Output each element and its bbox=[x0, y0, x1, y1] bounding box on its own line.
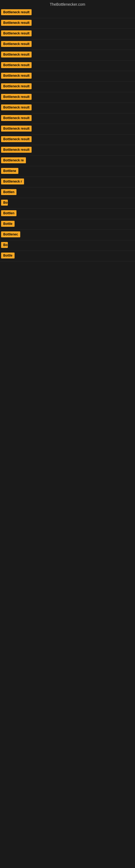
result-row-16: Bottlene bbox=[0, 166, 135, 177]
result-row-1: Bottleneck result bbox=[0, 8, 135, 18]
bottleneck-badge-5[interactable]: Bottleneck result bbox=[1, 52, 32, 58]
bottleneck-badge-2[interactable]: Bottleneck result bbox=[1, 20, 32, 26]
result-row-20: Bottlen bbox=[0, 209, 135, 219]
site-header: TheBottlenecker.com bbox=[0, 0, 135, 8]
bottleneck-badge-15[interactable]: Bottleneck re bbox=[1, 157, 26, 163]
result-row-15: Bottleneck re bbox=[0, 156, 135, 166]
bottleneck-badge-3[interactable]: Bottleneck result bbox=[1, 30, 32, 36]
bottleneck-badge-16[interactable]: Bottlene bbox=[1, 168, 18, 174]
bottleneck-badge-18[interactable]: Bottlen bbox=[1, 189, 16, 195]
bottleneck-badge-7[interactable]: Bottleneck result bbox=[1, 73, 32, 79]
bottleneck-badge-21[interactable]: Bottle bbox=[1, 221, 14, 227]
bottleneck-badge-10[interactable]: Bottleneck result bbox=[1, 104, 32, 111]
result-row-13: Bottleneck result bbox=[0, 134, 135, 145]
bottleneck-badge-20[interactable]: Bottlen bbox=[1, 210, 16, 216]
result-row-14: Bottleneck result bbox=[0, 145, 135, 156]
bottleneck-badge-4[interactable]: Bottleneck result bbox=[1, 41, 32, 47]
result-row-8: Bottleneck result bbox=[0, 82, 135, 92]
result-row-17: Bottleneck r bbox=[0, 177, 135, 187]
result-row-9: Bottleneck result bbox=[0, 92, 135, 103]
bottleneck-badge-9[interactable]: Bottleneck result bbox=[1, 94, 32, 100]
site-title: TheBottlenecker.com bbox=[0, 0, 135, 8]
result-row-2: Bottleneck result bbox=[0, 18, 135, 29]
result-row-4: Bottleneck result bbox=[0, 39, 135, 50]
result-row-3: Bottleneck result bbox=[0, 29, 135, 39]
bottleneck-badge-8[interactable]: Bottleneck result bbox=[1, 83, 32, 89]
bottleneck-badge-14[interactable]: Bottleneck result bbox=[1, 147, 32, 153]
result-row-24: Bottle bbox=[0, 251, 135, 261]
result-row-18: Bottlen bbox=[0, 187, 135, 198]
result-row-23: Bo bbox=[0, 240, 135, 251]
bottleneck-badge-19[interactable]: Bo bbox=[1, 199, 8, 206]
result-row-5: Bottleneck result bbox=[0, 50, 135, 61]
result-row-22: Bottlenec bbox=[0, 230, 135, 240]
result-row-21: Bottle bbox=[0, 219, 135, 230]
result-row-10: Bottleneck result bbox=[0, 103, 135, 113]
result-row-11: Bottleneck result bbox=[0, 113, 135, 124]
bottleneck-badge-11[interactable]: Bottleneck result bbox=[1, 115, 32, 121]
result-row-12: Bottleneck result bbox=[0, 124, 135, 134]
result-row-7: Bottleneck result bbox=[0, 71, 135, 82]
result-row-6: Bottleneck result bbox=[0, 61, 135, 71]
bottleneck-badge-13[interactable]: Bottleneck result bbox=[1, 136, 32, 142]
bottleneck-badge-12[interactable]: Bottleneck result bbox=[1, 126, 32, 131]
bottleneck-badge-6[interactable]: Bottleneck result bbox=[1, 62, 32, 68]
bottleneck-badge-17[interactable]: Bottleneck r bbox=[1, 179, 24, 184]
bottleneck-badge-22[interactable]: Bottlenec bbox=[1, 231, 20, 237]
result-row-19: Bo bbox=[0, 198, 135, 209]
bottleneck-badge-23[interactable]: Bo bbox=[1, 242, 8, 248]
bottleneck-badge-1[interactable]: Bottleneck result bbox=[1, 9, 32, 15]
bottleneck-badge-24[interactable]: Bottle bbox=[1, 252, 14, 258]
results-list: Bottleneck resultBottleneck resultBottle… bbox=[0, 8, 135, 261]
